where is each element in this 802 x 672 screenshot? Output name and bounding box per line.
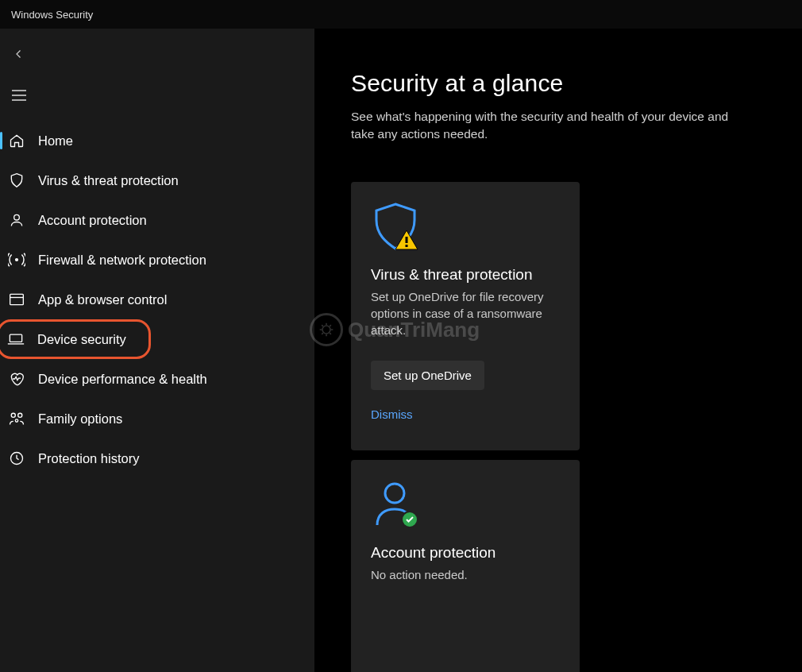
sidebar-item-history[interactable]: Protection history [0, 438, 314, 478]
svg-rect-3 [10, 334, 21, 342]
sidebar: Home Virus & threat protection Account p… [0, 29, 314, 672]
sidebar-item-app-browser[interactable]: App & browser control [0, 280, 314, 319]
person-ok-icon [371, 481, 560, 528]
svg-rect-2 [10, 294, 24, 304]
card-description: No action needed. [371, 566, 560, 583]
sidebar-item-firewall[interactable]: Firewall & network protection [0, 240, 314, 280]
dismiss-link[interactable]: Dismiss [371, 407, 560, 421]
sidebar-item-label: Device performance & health [38, 372, 207, 387]
sidebar-item-label: Account protection [38, 213, 147, 228]
heart-icon [8, 370, 25, 388]
svg-rect-9 [406, 245, 408, 247]
sidebar-item-label: Protection history [38, 451, 139, 466]
window-title: Windows Security [11, 9, 93, 21]
svg-point-1 [16, 259, 18, 261]
card-virus-threat[interactable]: Virus & threat protection Set up OneDriv… [351, 182, 580, 450]
card-title: Account protection [371, 544, 560, 562]
sidebar-item-virus[interactable]: Virus & threat protection [0, 160, 314, 200]
sidebar-item-device-security[interactable]: Device security [0, 319, 151, 359]
sidebar-item-home[interactable]: Home [0, 121, 314, 160]
sidebar-item-label: Virus & threat protection [38, 173, 179, 188]
sidebar-item-label: Family options [38, 411, 122, 427]
hamburger-button[interactable] [0, 76, 38, 114]
card-description: Set up OneDrive for file recovery option… [371, 288, 560, 338]
window-icon [8, 291, 25, 308]
sidebar-item-family[interactable]: Family options [0, 399, 314, 438]
back-button[interactable] [0, 35, 38, 73]
svg-point-10 [385, 484, 404, 503]
sidebar-item-label: Firewall & network protection [38, 253, 206, 268]
laptop-icon [7, 330, 25, 348]
home-icon [8, 132, 25, 149]
antenna-icon [8, 251, 25, 268]
setup-onedrive-button[interactable]: Set up OneDrive [371, 361, 484, 390]
shield-icon [8, 172, 25, 189]
card-account-protection[interactable]: Account protection No action needed. [351, 460, 580, 672]
card-title: Virus & threat protection [371, 266, 560, 284]
svg-point-4 [11, 413, 15, 417]
family-icon [8, 410, 25, 427]
svg-point-5 [18, 413, 22, 417]
main-content: Security at a glance See what's happenin… [314, 29, 802, 672]
person-icon [8, 211, 25, 229]
shield-warning-icon [371, 203, 560, 250]
sidebar-item-label: Device security [37, 332, 126, 347]
history-icon [8, 450, 25, 467]
svg-point-6 [15, 419, 17, 422]
svg-point-0 [14, 214, 20, 220]
sidebar-item-label: App & browser control [38, 292, 167, 307]
sidebar-item-account[interactable]: Account protection [0, 200, 314, 240]
sidebar-item-label: Home [38, 133, 73, 149]
sidebar-item-performance[interactable]: Device performance & health [0, 359, 314, 399]
svg-rect-8 [406, 237, 408, 243]
page-title: Security at a glance [351, 70, 802, 97]
page-description: See what's happening with the security a… [351, 108, 732, 144]
